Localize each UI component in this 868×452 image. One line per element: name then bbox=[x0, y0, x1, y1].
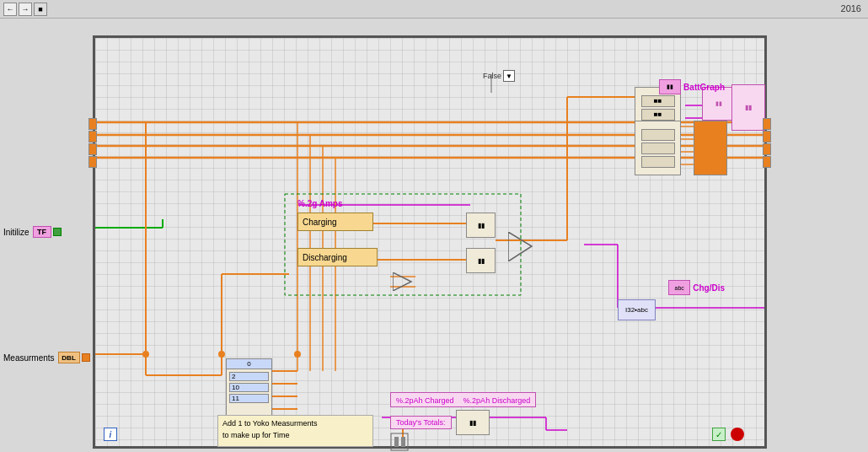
measurements-group: Measurments DBL bbox=[3, 352, 90, 363]
batt-array-block: ▮▮ bbox=[731, 84, 765, 131]
charging-block[interactable]: Charging bbox=[297, 213, 373, 231]
totals-labels: %.2pAh Charged %.2pAh Discharged Today's… bbox=[390, 392, 536, 435]
false-selector[interactable]: False ▼ bbox=[483, 70, 515, 82]
svg-rect-55 bbox=[394, 437, 399, 447]
comparator-triangle-1 bbox=[508, 232, 533, 263]
stop-button[interactable] bbox=[731, 428, 744, 441]
chg-terminal-block: abc bbox=[668, 280, 690, 295]
diagram-frame: False ▼ ■■ ■■ ■■ ▮▮ ▮▮ bbox=[93, 35, 767, 449]
annotation-box: Add 1 to Yoko Measurmentsto make up for … bbox=[217, 415, 373, 447]
discharged-format: %.2pAh Discharged bbox=[463, 396, 531, 405]
chgdis-label: Chg/Dis bbox=[693, 283, 725, 293]
i32-label: 0 bbox=[247, 360, 250, 368]
charged-format: %.2pAh Charged bbox=[396, 396, 454, 405]
discharging-func-block: ▮▮ bbox=[466, 248, 496, 273]
false-label: False bbox=[483, 72, 501, 80]
forward-icon[interactable]: → bbox=[19, 3, 32, 16]
right-connector-4 bbox=[763, 156, 771, 168]
run-button[interactable]: ✓ bbox=[712, 428, 726, 441]
comparator-triangle-2 bbox=[393, 272, 414, 293]
tf-block[interactable]: TF bbox=[33, 226, 51, 238]
todays-totals-label: Today's Totals: bbox=[390, 416, 452, 429]
discharging-label: Discharging bbox=[303, 253, 347, 262]
meas-terminal bbox=[82, 353, 90, 362]
svg-marker-52 bbox=[508, 232, 532, 261]
measurements-label: Measurments bbox=[3, 353, 55, 363]
battgraph-label: BattGraph bbox=[683, 83, 725, 92]
amps-label: %.2g Amps bbox=[297, 198, 343, 208]
init-terminal bbox=[53, 228, 62, 236]
initialize-label: Initilize bbox=[3, 228, 29, 237]
stop-icon[interactable]: ■ bbox=[34, 3, 47, 16]
right-connector-2 bbox=[763, 131, 771, 143]
totals-block: ▮▮ bbox=[456, 410, 490, 435]
annotation-text: Add 1 to Yoko Measurmentsto make up for … bbox=[222, 419, 318, 439]
dbl-block[interactable]: DBL bbox=[58, 352, 80, 363]
back-icon[interactable]: ← bbox=[3, 3, 17, 16]
pause-button[interactable] bbox=[390, 433, 409, 452]
svg-point-37 bbox=[294, 351, 301, 358]
left-connector-3 bbox=[88, 143, 97, 155]
canvas: Initilize TF Measurments DBL ▮▮ BattGrap… bbox=[0, 19, 868, 452]
right-connector-block bbox=[694, 121, 727, 175]
year-label: 2016 bbox=[841, 3, 861, 13]
battgraph-group: ▮▮ BattGraph bbox=[659, 79, 725, 94]
left-connector-4 bbox=[88, 156, 97, 168]
charging-func-block: ▮▮ bbox=[466, 213, 496, 238]
charging-label: Charging bbox=[303, 218, 337, 227]
svg-marker-53 bbox=[393, 272, 411, 291]
batt-terminal-block: ▮▮ bbox=[659, 79, 681, 94]
svg-point-35 bbox=[142, 351, 149, 358]
mid-data-block-1 bbox=[635, 121, 681, 175]
svg-rect-56 bbox=[401, 437, 405, 447]
right-connector-3 bbox=[763, 143, 771, 155]
chgdis-string-block: I32▪abc bbox=[618, 299, 656, 320]
svg-point-36 bbox=[218, 351, 225, 358]
discharging-block[interactable]: Discharging bbox=[297, 248, 378, 266]
chgdis-group: abc Chg/Dis bbox=[668, 280, 725, 295]
initialize-group: Initilize TF bbox=[3, 226, 62, 238]
amps-format-label: %.2g Amps bbox=[297, 199, 343, 208]
left-connector-2 bbox=[88, 131, 97, 143]
left-connector-1 bbox=[88, 118, 97, 130]
info-button[interactable]: i bbox=[104, 428, 117, 441]
right-connector-1 bbox=[763, 118, 771, 130]
i32-block: 0 2 10 11 bbox=[226, 358, 272, 422]
toolbar: ← → ■ bbox=[0, 0, 868, 19]
dropdown-arrow[interactable]: ▼ bbox=[503, 70, 515, 82]
